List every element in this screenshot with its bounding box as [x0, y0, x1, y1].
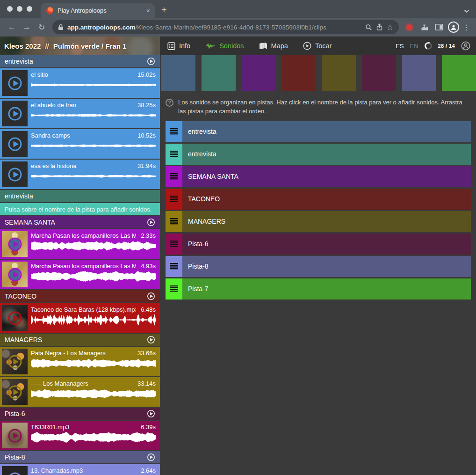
browser-tab[interactable]: Play Antropoloops ×: [41, 3, 155, 18]
clip-play-icon[interactable]: [2, 423, 28, 448]
clip-thumbnail[interactable]: [2, 305, 28, 331]
clip-play-icon[interactable]: [2, 70, 28, 96]
clip-play-icon[interactable]: [2, 231, 28, 257]
record-extension-icon[interactable]: [406, 24, 412, 30]
waveform[interactable]: [31, 170, 156, 183]
waveform[interactable]: [31, 240, 156, 252]
clip-play-icon[interactable]: [2, 349, 28, 374]
clip-play-icon[interactable]: [2, 262, 28, 287]
nav-item-tocar[interactable]: Tocar: [303, 42, 332, 50]
waveform[interactable]: [31, 270, 156, 283]
browser-menu-icon[interactable]: ⋮: [462, 23, 471, 32]
new-tab-button[interactable]: +: [161, 5, 167, 15]
track-header[interactable]: SEMANA SANTA: [0, 216, 160, 228]
clip-item[interactable]: el abuelo de fran38.25s: [0, 99, 160, 128]
track-row[interactable]: Pista-6: [166, 234, 471, 255]
clip-item[interactable]: Taconeo de Sara Baras (128 kbps).mp36.48…: [0, 303, 160, 333]
drag-handle-icon[interactable]: [166, 278, 182, 300]
clip-play-icon[interactable]: [2, 305, 28, 331]
drag-handle-icon[interactable]: [166, 211, 182, 232]
track-play-button[interactable]: [146, 57, 156, 66]
track-row[interactable]: Pista-8: [166, 256, 471, 277]
clip-item[interactable]: ------Los Mananagers33.14s: [0, 377, 160, 407]
waveform[interactable]: [31, 387, 156, 400]
drag-handle-icon[interactable]: [166, 189, 182, 210]
reload-button[interactable]: ↻: [36, 21, 48, 33]
track-row[interactable]: Pista-7: [166, 278, 471, 300]
drag-handle-icon[interactable]: [166, 121, 182, 142]
clip-play-icon[interactable]: [2, 161, 28, 187]
track-play-button[interactable]: [146, 218, 156, 227]
drag-handle-icon[interactable]: [166, 166, 182, 187]
forward-button[interactable]: →: [21, 21, 33, 33]
track-row[interactable]: TACONEO: [166, 189, 471, 210]
share-icon[interactable]: [376, 23, 383, 31]
clip-thumbnail[interactable]: [2, 379, 28, 405]
track-color-square[interactable]: [161, 55, 195, 91]
clip-item[interactable]: Pata Negra - Los Managers33.66s: [0, 347, 160, 376]
close-tab-icon[interactable]: ×: [146, 7, 150, 14]
track-play-button[interactable]: [146, 409, 156, 418]
clip-thumbnail[interactable]: [2, 466, 28, 475]
track-color-square[interactable]: [202, 55, 236, 91]
nav-item-sonidos[interactable]: Sonidos: [205, 42, 244, 50]
track-color-square[interactable]: [322, 55, 356, 91]
zoom-page-icon[interactable]: [365, 24, 372, 31]
track-row[interactable]: entrevista: [166, 144, 471, 165]
side-panel-icon[interactable]: [433, 21, 445, 33]
waveform[interactable]: [31, 79, 156, 91]
track-color-square[interactable]: [242, 55, 276, 91]
track-play-button[interactable]: [146, 335, 156, 344]
track-color-square[interactable]: [281, 55, 316, 91]
track-header[interactable]: TACONEO: [0, 290, 160, 302]
tab-search-chevron-icon[interactable]: [464, 9, 469, 13]
clip-item[interactable]: T633R01.mp36.39s: [0, 421, 160, 450]
clip-item[interactable]: Sandra camps10.52s: [0, 129, 160, 159]
drag-handle-icon[interactable]: [166, 144, 182, 165]
lang-en-button[interactable]: EN: [410, 43, 418, 50]
bookmark-star-icon[interactable]: ☆: [387, 21, 393, 33]
track-row[interactable]: SEMANA SANTA: [166, 166, 471, 187]
waveform[interactable]: [31, 109, 156, 122]
clip-thumbnail[interactable]: [2, 423, 28, 448]
track-row[interactable]: MANAGERS: [166, 211, 471, 232]
track-row[interactable]: entrevista: [166, 121, 471, 142]
track-header[interactable]: Pista-6: [0, 408, 160, 420]
track-header[interactable]: entrevista: [0, 190, 160, 202]
nav-item-info[interactable]: Info: [167, 42, 190, 50]
clip-thumbnail[interactable]: [2, 70, 28, 96]
minimize-window-button[interactable]: [17, 6, 22, 12]
clip-thumbnail[interactable]: [2, 262, 28, 287]
clip-play-icon[interactable]: [2, 466, 28, 475]
lang-es-button[interactable]: ES: [396, 43, 404, 50]
drag-handle-icon[interactable]: [166, 234, 182, 255]
track-color-square[interactable]: [442, 55, 476, 91]
extensions-puzzle-icon[interactable]: [418, 21, 430, 33]
project-breadcrumb[interactable]: Kleos 2022 // Pulmón verde / Fran 1: [0, 37, 160, 55]
track-color-square[interactable]: [362, 55, 396, 91]
back-button[interactable]: ←: [6, 21, 18, 33]
clip-item[interactable]: Marcha Pasan los campanilleros Las Mejor…: [0, 229, 160, 259]
waveform[interactable]: [31, 431, 156, 444]
clip-thumbnail[interactable]: [2, 101, 28, 126]
clip-play-icon[interactable]: [2, 379, 28, 405]
clip-thumbnail[interactable]: [2, 349, 28, 374]
browser-profile-avatar[interactable]: [448, 22, 459, 33]
track-play-button[interactable]: [146, 453, 156, 462]
close-window-button[interactable]: [7, 6, 13, 12]
clip-thumbnail[interactable]: [2, 131, 28, 157]
clip-play-icon[interactable]: [2, 131, 28, 157]
waveform[interactable]: [31, 314, 156, 326]
track-play-button[interactable]: [146, 292, 156, 301]
clip-play-icon[interactable]: [2, 101, 28, 126]
maximize-window-button[interactable]: [27, 6, 32, 12]
account-icon[interactable]: [461, 41, 470, 51]
clip-item[interactable]: el sitio15.02s: [0, 68, 160, 98]
track-header[interactable]: entrevista: [0, 55, 160, 67]
waveform[interactable]: [31, 357, 156, 370]
track-color-square[interactable]: [402, 55, 436, 91]
track-header[interactable]: MANAGERS: [0, 334, 160, 346]
clip-item[interactable]: 13. Charradas.mp32.64s: [0, 464, 160, 475]
drag-handle-icon[interactable]: [166, 256, 182, 277]
clip-thumbnail[interactable]: [2, 161, 28, 187]
